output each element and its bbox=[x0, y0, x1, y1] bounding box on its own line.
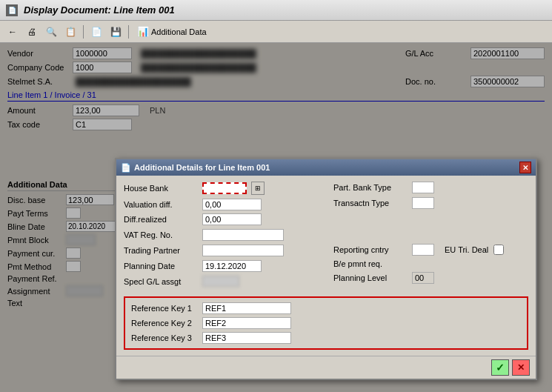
ok-icon: ✓ bbox=[496, 362, 505, 373]
diff-realized-input[interactable] bbox=[202, 213, 262, 225]
ref-key2-row: Reference Key 2 bbox=[131, 317, 521, 329]
be-pmnt-row: B/e pmnt req. bbox=[333, 259, 528, 268]
cancel-button[interactable]: ✕ bbox=[512, 359, 530, 376]
planning-date-input[interactable] bbox=[202, 260, 262, 272]
ref-key3-row: Reference Key 3 bbox=[131, 332, 521, 344]
main-content: Vendor 1000000 ████████████████████ G/L … bbox=[0, 43, 552, 392]
house-bank-input[interactable] bbox=[202, 182, 247, 194]
window-icon: 📄 bbox=[6, 4, 18, 16]
toolbar: ← 🖨 🔍 📋 📄 💾 📊 Additional Data bbox=[0, 21, 552, 43]
sep1 bbox=[83, 25, 84, 39]
sep2 bbox=[128, 25, 129, 39]
ok-button[interactable]: ✓ bbox=[491, 359, 509, 376]
ref-keys-section: Reference Key 1 Reference Key 2 Referenc… bbox=[124, 296, 528, 350]
planning-level-row: Planning Level bbox=[333, 272, 528, 284]
modal-title: 📄 Additional Details for Line Item 001 bbox=[121, 163, 270, 173]
specl-gl-input[interactable] bbox=[202, 276, 239, 287]
transactn-type-input[interactable] bbox=[412, 197, 434, 209]
window-title: Display Document: Line Item 001 bbox=[24, 4, 175, 16]
modal-close-button[interactable]: ✕ bbox=[519, 162, 531, 173]
planning-date-row: Planning Date bbox=[124, 260, 319, 272]
valuation-diff-input[interactable] bbox=[202, 199, 262, 210]
modal-two-columns: House Bank ⊞ Valuation diff. Diff.realiz… bbox=[124, 182, 528, 290]
planning-date-label: Planning Date bbox=[124, 262, 198, 270]
additional-data-icon: 📊 bbox=[137, 26, 149, 37]
clipboard-button[interactable]: 📋 bbox=[62, 24, 79, 40]
transactn-type-row: Transactn Type bbox=[333, 197, 528, 209]
reporting-cntry-label: Reporting cntry bbox=[333, 245, 408, 254]
cancel-icon: ✕ bbox=[517, 362, 525, 373]
save-button[interactable]: 💾 bbox=[107, 24, 124, 40]
trading-partner-row: Trading Partner bbox=[124, 245, 319, 256]
modal-title-bar: 📄 Additional Details for Line Item 001 ✕ bbox=[116, 159, 536, 176]
diff-realized-row: Diff.realized bbox=[124, 213, 319, 225]
ref-key3-input[interactable] bbox=[202, 332, 291, 344]
vat-reg-input[interactable] bbox=[202, 229, 284, 241]
part-bank-type-row: Part. Bank Type bbox=[333, 182, 528, 193]
additional-data-button[interactable]: 📊 Additional Data bbox=[133, 24, 210, 39]
transactn-type-label: Transactn Type bbox=[333, 199, 408, 207]
ref-key1-label: Reference Key 1 bbox=[131, 304, 198, 313]
print-button[interactable]: 🖨 bbox=[24, 24, 40, 40]
planning-level-input[interactable] bbox=[412, 272, 434, 284]
modal-footer: ✓ ✕ bbox=[116, 356, 536, 379]
house-bank-browse-button[interactable]: ⊞ bbox=[251, 182, 265, 195]
trading-partner-label: Trading Partner bbox=[124, 246, 198, 255]
spacer1 bbox=[333, 213, 528, 244]
part-bank-type-input[interactable] bbox=[412, 182, 434, 193]
ref-keys-box: Reference Key 1 Reference Key 2 Referenc… bbox=[124, 296, 528, 350]
ref-key2-label: Reference Key 2 bbox=[131, 319, 198, 328]
planning-level-label: Planning Level bbox=[333, 273, 408, 282]
ref-key2-input[interactable] bbox=[202, 317, 291, 329]
vat-reg-label: VAT Reg. No. bbox=[124, 230, 198, 239]
modal-right-col: Part. Bank Type Transactn Type Reporting… bbox=[333, 182, 528, 290]
vat-reg-row: VAT Reg. No. bbox=[124, 229, 319, 241]
additional-data-label: Additional Data bbox=[151, 27, 207, 36]
specl-gl-row: Specl G/L assgt bbox=[124, 276, 319, 287]
diff-realized-label: Diff.realized bbox=[124, 215, 198, 224]
house-bank-label: House Bank bbox=[124, 184, 198, 193]
specl-gl-label: Specl G/L assgt bbox=[124, 277, 198, 286]
be-pmnt-req-label: B/e pmnt req. bbox=[333, 259, 408, 268]
house-bank-row: House Bank ⊞ bbox=[124, 182, 319, 195]
ref-key1-input[interactable] bbox=[202, 302, 291, 314]
reporting-cntry-row: Reporting cntry EU Tri. Deal bbox=[333, 244, 528, 256]
title-bar: 📄 Display Document: Line Item 001 bbox=[0, 0, 552, 21]
part-bank-type-label: Part. Bank Type bbox=[333, 183, 408, 192]
valuation-diff-row: Valuation diff. bbox=[124, 199, 319, 210]
trading-partner-input[interactable] bbox=[202, 245, 284, 256]
modal-left-col: House Bank ⊞ Valuation diff. Diff.realiz… bbox=[124, 182, 319, 290]
back-button[interactable]: ← bbox=[4, 24, 21, 40]
eu-tri-deal-label: EU Tri. Deal bbox=[445, 245, 489, 254]
ref-key3-label: Reference Key 3 bbox=[131, 333, 198, 342]
eu-tri-deal-checkbox[interactable] bbox=[493, 245, 504, 255]
modal-dialog: 📄 Additional Details for Line Item 001 ✕… bbox=[115, 158, 537, 380]
valuation-diff-label: Valuation diff. bbox=[124, 200, 198, 209]
reporting-cntry-input[interactable] bbox=[412, 244, 434, 256]
modal-body: House Bank ⊞ Valuation diff. Diff.realiz… bbox=[116, 176, 536, 356]
find-button[interactable]: 🔍 bbox=[43, 24, 59, 40]
doc-button[interactable]: 📄 bbox=[88, 24, 104, 40]
ref-key1-row: Reference Key 1 bbox=[131, 302, 521, 314]
